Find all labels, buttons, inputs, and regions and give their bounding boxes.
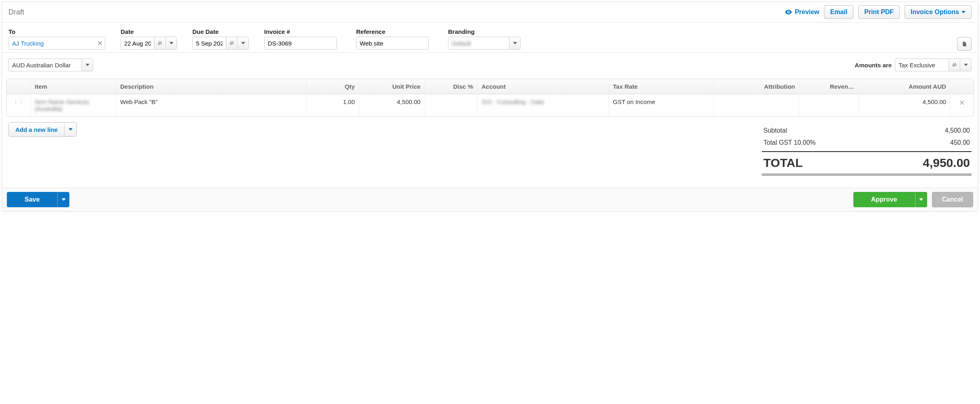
col-disc[interactable]: Disc % [425, 79, 477, 94]
print-pdf-button[interactable]: Print PDF [858, 5, 900, 19]
eye-icon [784, 8, 792, 16]
invoice-options-button[interactable]: Invoice Options [905, 5, 972, 19]
to-input[interactable] [9, 37, 94, 49]
table-row[interactable]: ⋮⋮ Item Name Services (Australia) Web Pa… [6, 94, 974, 116]
approve-button[interactable]: Approve [853, 192, 927, 207]
date-label: Date [121, 28, 181, 35]
reference-label: Reference [356, 28, 437, 35]
approve-dropdown[interactable] [915, 192, 927, 207]
attach-file-button[interactable] [957, 37, 972, 51]
below-table: Add a new line Subtotal 4,500.00 Total G… [2, 117, 978, 187]
chevron-down-icon [919, 198, 923, 201]
delete-line-icon[interactable]: ✕ [959, 99, 965, 107]
invoice-panel: Draft Preview Email Print PDF Invoice Op… [2, 2, 978, 212]
amounts-are: Amounts are Tax Exclusive [855, 58, 972, 71]
amounts-are-field[interactable]: Tax Exclusive [895, 58, 972, 71]
cell-description[interactable]: Web Pack "B" [116, 94, 307, 116]
table-header-row: Item Description Qty Unit Price Disc % A… [6, 79, 974, 94]
cell-qty[interactable]: 1.00 [307, 94, 359, 116]
amounts-are-label: Amounts are [855, 62, 892, 69]
invoice-status: Draft [8, 8, 24, 17]
fields-row-1: To ✕ Date Due Date [2, 23, 978, 53]
file-icon [961, 41, 967, 47]
cell-attribution[interactable] [714, 94, 799, 116]
chevron-down-icon [241, 42, 245, 44]
drag-handle-icon[interactable]: ⋮⋮ [13, 99, 24, 105]
branding-dropdown[interactable] [509, 37, 520, 49]
email-button[interactable]: Email [824, 5, 853, 19]
col-attribution[interactable]: Attribution [714, 79, 799, 94]
total-value: 4,950.00 [923, 156, 970, 170]
due-date-input[interactable] [193, 37, 226, 49]
chevron-down-icon [85, 64, 90, 66]
col-account[interactable]: Account [477, 79, 609, 94]
col-description[interactable]: Description [116, 79, 307, 94]
date-input[interactable] [121, 37, 154, 49]
invoice-no-label: Invoice # [264, 28, 345, 35]
subtotal-value: 4,500.00 [945, 127, 970, 134]
chevron-down-icon [961, 11, 965, 13]
chevron-down-icon [964, 64, 968, 66]
chevron-down-icon [62, 198, 66, 201]
to-label: To [8, 28, 109, 35]
due-date-config-icon[interactable] [226, 37, 237, 49]
total-row: TOTAL 4,950.00 [762, 151, 972, 175]
cell-account[interactable]: 310 - Consulting - Data [477, 94, 609, 116]
due-date-label: Due Date [192, 28, 253, 35]
currency-dropdown[interactable] [81, 59, 93, 71]
chevron-down-icon [513, 42, 517, 44]
amounts-are-value: Tax Exclusive [895, 59, 949, 71]
subtotal-label: Subtotal [763, 127, 787, 134]
preview-button[interactable]: Preview [784, 8, 819, 16]
amounts-dropdown[interactable] [960, 59, 971, 71]
amounts-config-icon[interactable] [949, 59, 960, 71]
col-qty[interactable]: Qty [307, 79, 359, 94]
cell-unit-price[interactable]: 4,500.00 [359, 94, 425, 116]
col-revenue[interactable]: Reven… [799, 79, 859, 94]
currency-value: AUD Australian Dollar [9, 59, 81, 71]
cancel-button[interactable]: Cancel [932, 192, 973, 207]
to-field[interactable]: ✕ [8, 37, 105, 50]
gst-value: 450.00 [950, 139, 970, 146]
reference-input[interactable] [356, 37, 429, 50]
add-line-dropdown[interactable] [64, 123, 76, 136]
date-field[interactable] [121, 37, 177, 50]
cell-tax-rate[interactable]: GST on Income [609, 94, 714, 116]
line-items-table: Item Description Qty Unit Price Disc % A… [6, 79, 974, 117]
totals: Subtotal 4,500.00 Total GST 10.00% 450.0… [762, 125, 972, 175]
panel-footer: Save Approve Cancel [2, 187, 978, 211]
cell-disc[interactable] [425, 94, 477, 116]
panel-header: Draft Preview Email Print PDF Invoice Op… [2, 2, 978, 23]
currency-field[interactable]: AUD Australian Dollar [8, 58, 93, 71]
cell-amount[interactable]: 4,500.00 [859, 94, 951, 116]
col-unit-price[interactable]: Unit Price [359, 79, 425, 94]
fields-row-2: AUD Australian Dollar Amounts are Tax Ex… [2, 53, 978, 79]
cell-item[interactable]: Item Name Services (Australia) [31, 94, 116, 116]
gst-label: Total GST 10.00% [763, 139, 816, 146]
chevron-down-icon [169, 42, 173, 44]
due-date-dropdown[interactable] [237, 37, 248, 49]
preview-label: Preview [795, 8, 819, 16]
date-dropdown[interactable] [165, 37, 177, 49]
col-tax-rate[interactable]: Tax Rate [609, 79, 714, 94]
branding-field[interactable]: Default [448, 37, 521, 50]
invoice-no-input[interactable] [264, 37, 337, 50]
col-item[interactable]: Item [31, 79, 116, 94]
header-actions: Preview Email Print PDF Invoice Options [784, 5, 972, 19]
total-label: TOTAL [763, 156, 803, 170]
gst-row: Total GST 10.00% 450.00 [762, 137, 972, 149]
save-dropdown[interactable] [57, 192, 69, 207]
add-line-button[interactable]: Add a new line [8, 122, 77, 137]
subtotal-row: Subtotal 4,500.00 [762, 125, 972, 137]
branding-label: Branding [448, 28, 525, 35]
clear-to-icon[interactable]: ✕ [94, 37, 105, 49]
date-config-icon[interactable] [154, 37, 165, 49]
due-date-field[interactable] [192, 37, 249, 50]
cell-revenue[interactable] [799, 94, 859, 116]
chevron-down-icon [69, 128, 73, 131]
branding-value: Default [448, 37, 509, 49]
save-button[interactable]: Save [7, 192, 69, 207]
col-amount[interactable]: Amount AUD [859, 79, 951, 94]
